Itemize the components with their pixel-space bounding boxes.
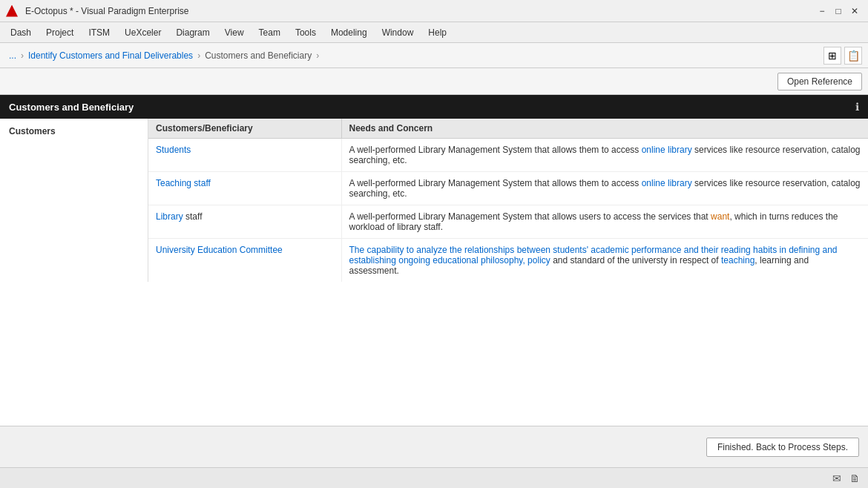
- data-table: Customers/Beneficiary Needs and Concern …: [148, 119, 868, 282]
- status-bar: ✉ 🗎: [0, 467, 868, 488]
- breadcrumb-identify[interactable]: Identify Customers and Final Deliverable…: [25, 49, 196, 62]
- table-row: University Education Committee The capab…: [148, 239, 868, 283]
- table-row: Library staff A well-performed Library M…: [148, 205, 868, 239]
- email-icon[interactable]: ✉: [829, 471, 844, 486]
- col-header-needs: Needs and Concern: [341, 119, 868, 139]
- app-icon: [6, 5, 18, 17]
- needs-students: A well-performed Library Management Syst…: [341, 139, 868, 172]
- breadcrumb-icons: ⊞ 📋: [823, 47, 862, 65]
- breadcrumb-doc-icon[interactable]: 📋: [844, 47, 862, 65]
- menu-bar: Dash Project ITSM UeXceler Diagram View …: [0, 22, 868, 43]
- menu-view[interactable]: View: [217, 24, 251, 41]
- breadcrumb-arrow-1: ›: [21, 50, 24, 61]
- menu-window[interactable]: Window: [375, 24, 421, 41]
- title-bar: E-Octopus * - Visual Paradigm Enterprise…: [0, 0, 868, 22]
- section-info-icon[interactable]: ℹ: [855, 101, 859, 113]
- breadcrumb-arrow-2: ›: [197, 50, 200, 61]
- menu-uexceler[interactable]: UeXceler: [117, 24, 168, 41]
- needs-teaching: A well-performed Library Management Syst…: [341, 172, 868, 205]
- bottom-bar: Finished. Back to Process Steps.: [0, 426, 868, 467]
- finished-button[interactable]: Finished. Back to Process Steps.: [706, 438, 859, 457]
- breadcrumb-arrow-3: ›: [316, 50, 319, 61]
- minimize-button[interactable]: −: [815, 4, 829, 18]
- document-icon[interactable]: 🗎: [847, 471, 862, 486]
- toolbar: Open Reference: [0, 68, 868, 95]
- menu-tools[interactable]: Tools: [288, 24, 323, 41]
- maximize-button[interactable]: □: [831, 4, 846, 18]
- customer-name-teaching: Teaching staff: [148, 172, 341, 205]
- breadcrumb-grid-icon[interactable]: ⊞: [823, 47, 841, 65]
- menu-itsm[interactable]: ITSM: [81, 24, 117, 41]
- table-row: Teaching staff A well-performed Library …: [148, 172, 868, 205]
- section-title: Customers and Beneficiary: [9, 102, 134, 113]
- customers-label: Customers: [0, 119, 148, 282]
- breadcrumb-bar: ... › Identify Customers and Final Deliv…: [0, 43, 868, 68]
- menu-diagram[interactable]: Diagram: [168, 24, 217, 41]
- menu-modeling[interactable]: Modeling: [323, 24, 375, 41]
- breadcrumb: ... › Identify Customers and Final Deliv…: [6, 49, 319, 62]
- section-header: Customers and Beneficiary ℹ: [0, 95, 868, 119]
- close-button[interactable]: ✕: [847, 4, 862, 18]
- menu-team[interactable]: Team: [251, 24, 288, 41]
- menu-dash[interactable]: Dash: [3, 24, 39, 41]
- table-row: Students A well-performed Library Manage…: [148, 139, 868, 172]
- menu-help[interactable]: Help: [421, 24, 454, 41]
- col-header-customer: Customers/Beneficiary: [148, 119, 341, 139]
- customer-name-committee: University Education Committee: [148, 239, 341, 283]
- breadcrumb-current: Customers and Beneficiary: [202, 49, 315, 62]
- table-container: Customers Customers/Beneficiary Needs an…: [0, 119, 868, 282]
- main-content: Customers and Beneficiary ℹ Customers Cu…: [0, 95, 868, 467]
- open-reference-button[interactable]: Open Reference: [777, 73, 862, 90]
- needs-committee: The capability to analyze the relationsh…: [341, 239, 868, 283]
- breadcrumb-dots[interactable]: ...: [6, 49, 19, 62]
- window-controls: − □ ✕: [815, 4, 862, 18]
- table-header-row: Customers/Beneficiary Needs and Concern: [148, 119, 868, 139]
- title-text: E-Octopus * - Visual Paradigm Enterprise: [25, 6, 189, 16]
- customer-name-library: Library staff: [148, 205, 341, 239]
- needs-library: A well-performed Library Management Syst…: [341, 205, 868, 239]
- menu-project[interactable]: Project: [39, 24, 81, 41]
- customer-name-students: Students: [148, 139, 341, 172]
